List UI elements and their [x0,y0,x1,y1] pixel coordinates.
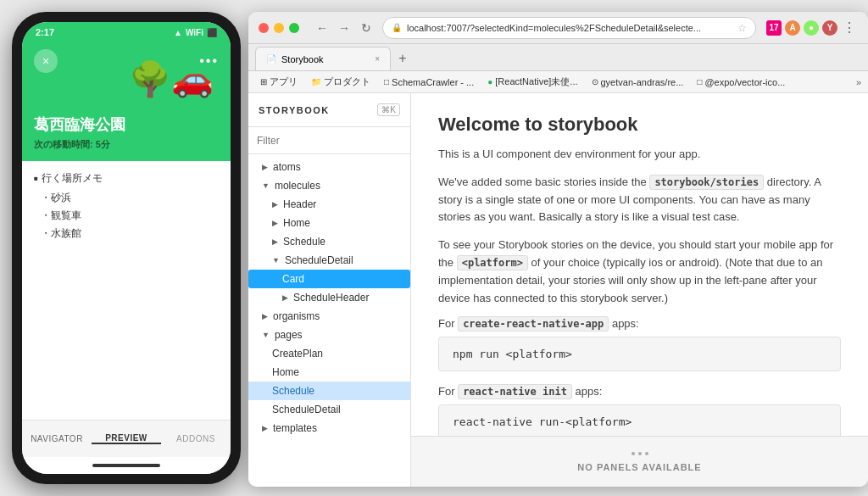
para1-code: storybook/stories [649,175,764,190]
profile-icon[interactable]: A [785,20,800,36]
maximize-window-button[interactable] [289,23,299,33]
user-icon[interactable]: Y [822,20,837,36]
traffic-lights [259,23,299,33]
tree-label-page-schedule: Schedule [272,385,314,397]
battery-icon: ⬛ [207,28,217,37]
bookmark-schema-label: SchemaCrawler - ... [392,77,474,87]
filter-input[interactable] [257,135,402,147]
tree-item-molecules[interactable]: ▼ molecules [248,176,410,195]
tree-item-home[interactable]: ▶ Home [248,214,410,232]
memo-item-1: 砂浜 [34,191,219,205]
menu-icon[interactable]: ⋮ [841,20,858,36]
status-right: ▲ WiFi ⬛ [174,28,217,37]
tab-title: Storybook [281,54,324,64]
back-button[interactable]: ← [313,19,331,37]
welcome-para-1: We've added some basic stories inside th… [438,174,841,226]
bookmark-expo[interactable]: □ @expo/vector-ico... [692,75,790,89]
location-name: 葛西臨海公園 [34,114,219,135]
minimize-window-button[interactable] [274,23,284,33]
tab-preview[interactable]: PREVIEW [92,433,161,444]
folder-icon: 📁 [311,77,321,86]
welcome-content: Welcome to storybook This is a UI compon… [411,93,868,436]
phone-app-header: × ••• 🌳🚗 葛西臨海公園 次の移動時間: 5分 [22,42,231,161]
storybook-header: STORYBOOK ⌘K [248,93,410,127]
for1-label: For create-react-native-app apps: [438,317,841,330]
browser-content: STORYBOOK ⌘K ▶ atoms ▼ molecules [248,93,868,487]
tree-item-schedule-header[interactable]: ▶ ScheduleHeader [248,288,410,307]
apps-icon: ⊞ [260,77,267,86]
divider-dot-3 [645,452,648,455]
expo-icon: □ [697,77,702,86]
new-tab-button[interactable]: + [391,47,415,70]
tree-label-templates: templates [273,422,317,434]
story-tree: ▶ atoms ▼ molecules ▶ Header ▶ Home [248,154,410,487]
divider-dot-2 [638,452,642,455]
panels-divider [632,452,648,455]
bookmarks-more-button[interactable]: » [856,77,861,87]
memo-item-3: 水族館 [34,226,219,241]
tree-label-schedule: Schedule [283,236,326,248]
chevron-right-icon: ▶ [262,163,268,171]
close-window-button[interactable] [259,23,269,33]
address-bar[interactable]: 🔒 localhost:7007/?selectedKind=molecules… [382,17,756,39]
home-indicator-bar [92,464,160,467]
tree-item-create-plan[interactable]: CreatePlan [248,344,410,363]
browser-nav: ← → ↻ [313,19,376,37]
chevron-down-icon: ▼ [262,181,270,190]
tab-navigator[interactable]: NAVIGATOR [22,434,92,443]
bookmark-expo-label: @expo/vector-ico... [704,77,785,87]
tree-item-card[interactable]: Card [248,270,410,288]
tree-label-schedule-header: ScheduleHeader [293,292,369,304]
schema-icon: □ [384,77,389,86]
tree-item-organisms[interactable]: ▶ organisms [248,307,410,326]
tree-label-create-plan: CreatePlan [272,348,323,359]
tree-item-schedule[interactable]: ▶ Schedule [248,232,410,251]
welcome-title: Welcome to storybook [438,114,841,136]
tree-item-schedule-detail[interactable]: ▼ ScheduleDetail [248,251,410,270]
browser-window: ← → ↻ 🔒 localhost:7007/?selectedKind=mol… [248,12,868,487]
phone-bottom-tabs: NAVIGATOR PREVIEW ADDONS [22,420,231,457]
bookmark-apps[interactable]: ⊞ アプリ [255,74,303,90]
tree-item-page-schedule[interactable]: Schedule [248,382,410,400]
code-block-2: react-native run-<platform> [438,404,841,436]
home-indicator [22,457,231,474]
extensions-icon[interactable]: 17 [766,20,782,36]
bookmark-product-label: プロダクト [324,75,370,88]
tree-icon: 🌳🚗 [129,59,214,99]
reload-button[interactable]: ↻ [357,19,376,37]
browser-tabs: 📄 Storybook × + [248,44,868,71]
phone-content: 行く場所メモ 砂浜 観覧車 水族館 [22,161,231,420]
tree-label-molecules: molecules [275,180,320,192]
para1-before: We've added some basic stories inside th… [438,176,649,188]
tree-item-header[interactable]: ▶ Header [248,195,410,214]
extension-2-icon[interactable]: ● [804,20,819,36]
phone-time: 2:17 [36,27,54,37]
tab-favicon: 📄 [266,54,276,64]
tree-label-organisms: organisms [273,310,320,322]
chevron-right-icon-6: ▶ [262,312,268,320]
bookmark-rn-label: [ReactNative]未使... [495,75,577,88]
filter-area[interactable] [248,127,410,154]
bookmark-github-label: gyetvan-andras/re... [601,77,684,87]
bookmark-reactnative[interactable]: ● [ReactNative]未使... [482,74,582,90]
tab-addons[interactable]: ADDONS [161,434,231,443]
no-panels-label: NO PANELS AVAILABLE [577,462,701,472]
tree-item-page-schedule-detail[interactable]: ScheduleDetail [248,400,410,419]
tree-item-atoms[interactable]: ▶ atoms [248,158,410,176]
tree-item-templates[interactable]: ▶ templates [248,419,410,437]
bookmark-product[interactable]: 📁 プロダクト [306,74,376,90]
tree-label-pages: pages [275,329,303,341]
tree-item-pages[interactable]: ▼ pages [248,326,410,344]
tab-close-button[interactable]: × [375,54,380,64]
close-button[interactable]: × [34,49,58,73]
panels-footer: NO PANELS AVAILABLE [411,436,868,487]
chevron-right-icon-4: ▶ [272,237,278,246]
bookmark-schema[interactable]: □ SchemaCrawler - ... [379,75,479,89]
for1-code: create-react-native-app [458,316,609,332]
storybook-tab[interactable]: 📄 Storybook × [255,47,391,70]
wifi-icon: WiFi [186,28,203,37]
forward-button[interactable]: → [335,19,353,37]
storybook-title: STORYBOOK [259,105,330,115]
tree-item-page-home[interactable]: Home [248,363,410,382]
bookmark-github[interactable]: ⊙ gyetvan-andras/re... [587,75,689,89]
